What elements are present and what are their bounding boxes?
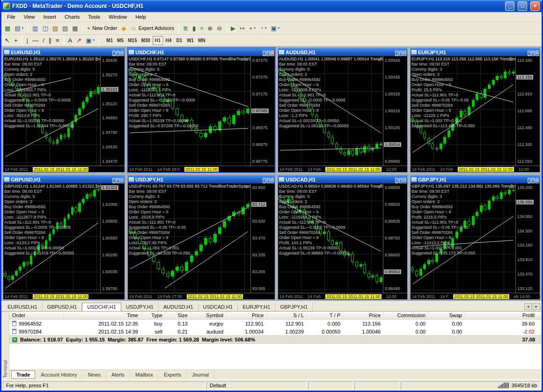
- status-profile[interactable]: Default: [206, 381, 307, 390]
- price-scale[interactable]: 135.200135.066134.850134.500134.160133.8…: [515, 183, 540, 293]
- menu-view[interactable]: View: [20, 13, 39, 21]
- column-header-price[interactable]: Price: [344, 312, 384, 319]
- chart-close-button[interactable]: ×: [403, 51, 406, 56]
- candlestick-chart-icon[interactable]: ▮: [191, 23, 198, 33]
- chart-titlebar[interactable]: USDJPY,H1_□×: [128, 175, 275, 183]
- horizontal-line-icon[interactable]: —: [30, 36, 40, 45]
- crosshair-icon[interactable]: +: [12, 36, 20, 45]
- chart-tab-audusd-h1[interactable]: AUDUSD,H1: [159, 303, 198, 311]
- chart-plot-area[interactable]: USDCHF,H1 0.97147 0.97360 0.96930 0.9708…: [128, 56, 250, 166]
- price-scale[interactable]: 83.86083.71283.60083.47083.33583.20083.0…: [250, 183, 275, 293]
- cursor-icon[interactable]: ↖: [3, 36, 12, 45]
- window-restore-button[interactable]: □: [518, 1, 527, 11]
- price-scale[interactable]: 1.005451.004351.003251.002151.001051.000…: [383, 56, 407, 166]
- chart-restore-button[interactable]: □: [399, 178, 402, 183]
- chart-minimize-button[interactable]: _: [263, 51, 266, 56]
- chart-plot-area[interactable]: EURJPY,H1 113.216 113.256 112.965 113.15…: [411, 56, 515, 166]
- timeframe-m30[interactable]: M30: [139, 36, 152, 45]
- chart-plot-area[interactable]: USDJPY,H1 83.767 83.778 83.655 83.712 Tr…: [128, 183, 250, 293]
- chart-titlebar[interactable]: AUDUSD,H1_□×: [278, 48, 407, 56]
- column-header-symbol[interactable]: Symbol: [191, 312, 227, 319]
- line-chart-icon[interactable]: ≈: [198, 23, 205, 33]
- menu-window[interactable]: Window: [105, 13, 131, 21]
- time-axis[interactable]: 14 Feb 201114 Feb2011.02.15 2011.02.15 1…: [278, 293, 407, 299]
- time-axis[interactable]: 14 Feb 201114 Feb 18:02011.02.15 11:00: [128, 166, 275, 172]
- indicators-icon[interactable]: +▾: [247, 23, 257, 33]
- chart-titlebar[interactable]: USDCAD,H1_□×: [278, 175, 407, 183]
- data-window-icon[interactable]: ◫: [40, 23, 50, 33]
- dropdown-arrow-icon[interactable]: ▾: [265, 26, 267, 30]
- chart-close-button[interactable]: ×: [536, 51, 539, 56]
- timeframe-h4[interactable]: H4: [163, 36, 174, 45]
- terminal-tab-mailbox[interactable]: Mailbox: [131, 371, 158, 378]
- chart-tab-usdcad-h1[interactable]: USDCAD,H1: [198, 303, 238, 311]
- column-header-t-p[interactable]: T / P: [307, 312, 344, 319]
- terminal-tab-news[interactable]: News: [83, 371, 106, 378]
- auto-scroll-icon[interactable]: ▶: [229, 23, 237, 33]
- chart-close-button[interactable]: ×: [403, 178, 406, 183]
- chart-minimize-button[interactable]: _: [528, 178, 531, 183]
- vertical-line-icon[interactable]: |: [25, 36, 30, 45]
- chart-tab-usdchf-h1[interactable]: USDCHF,H1: [82, 303, 121, 311]
- column-header-order[interactable]: Order◦: [9, 312, 64, 319]
- chart-minimize-button[interactable]: _: [112, 178, 116, 183]
- chart-restore-button[interactable]: □: [266, 178, 270, 183]
- strategy-tester-icon[interactable]: ▩: [70, 23, 80, 33]
- chart-plot-area[interactable]: GBPUSD,H1 1.61240 1.61340 1.60885 1.6132…: [3, 183, 100, 293]
- chart-restore-button[interactable]: □: [266, 51, 270, 56]
- terminal-side-strip[interactable]: Terminal: [1, 312, 9, 379]
- column-header-profit[interactable]: Profit: [465, 312, 542, 319]
- new-order-button[interactable]: +New Order: [85, 23, 119, 33]
- chart-titlebar[interactable]: GBPJPY,H1_□×: [411, 175, 540, 183]
- menu-insert[interactable]: Insert: [39, 13, 60, 21]
- chart-minimize-button[interactable]: _: [112, 51, 116, 56]
- column-header-commission[interactable]: Commission: [384, 312, 429, 319]
- text-icon[interactable]: A: [66, 36, 74, 45]
- dropdown-arrow-icon[interactable]: ▾: [278, 26, 280, 30]
- chart-tab-eurusd-h1[interactable]: EURUSD,H1: [3, 303, 43, 311]
- chart-plot-area[interactable]: AUDUSD,H1 1.00041 1.00046 0.99897 1.0001…: [278, 56, 383, 166]
- chart-minimize-button[interactable]: _: [395, 51, 398, 56]
- time-axis[interactable]: 14 Feb 201114 Feb2011.02.15 2011.02.15 1…: [278, 166, 407, 172]
- chart-tab-usdjpy-h1[interactable]: USDJPY,H1: [121, 303, 159, 311]
- column-header-time[interactable]: Time: [64, 312, 141, 319]
- terminal-tab-journal[interactable]: Journal: [187, 371, 214, 378]
- chart-close-button[interactable]: ×: [536, 178, 539, 183]
- chart-shift-icon[interactable]: ↦: [238, 23, 247, 33]
- trendline[interactable]: [280, 148, 381, 151]
- dropdown-arrow-icon[interactable]: ▾: [22, 26, 24, 30]
- timeframe-m15[interactable]: M15: [126, 36, 139, 45]
- menu-charts[interactable]: Charts: [61, 13, 83, 21]
- order-row[interactable]: 999645922011.02.15 12:35buy0.13eurjpy112…: [9, 319, 542, 327]
- timeframe-h1[interactable]: H1: [153, 36, 163, 45]
- timeframe-mn[interactable]: MN: [196, 36, 207, 45]
- trendline-icon[interactable]: /: [41, 36, 46, 45]
- new-chart-icon[interactable]: ▦: [3, 23, 12, 33]
- column-header-price[interactable]: Price: [227, 312, 267, 319]
- chart-minimize-button[interactable]: _: [263, 178, 266, 183]
- chart-titlebar[interactable]: USDCHF,H1_□×: [128, 48, 275, 56]
- chart-tab-gbpjpy-h1[interactable]: GBPJPY,H1: [275, 303, 313, 311]
- terminal-tab-alerts[interactable]: Alerts: [107, 371, 130, 378]
- timeframe-m1[interactable]: M1: [104, 36, 115, 45]
- price-scale[interactable]: 0.990050.989200.988350.987500.986650.985…: [383, 183, 407, 293]
- timeframe-d1[interactable]: D1: [174, 36, 184, 45]
- window-minimize-button[interactable]: _: [505, 1, 514, 11]
- terminal-tab-experts[interactable]: Experts: [159, 371, 186, 378]
- price-scale[interactable]: 113.340113.156112.910112.695112.480112.2…: [515, 56, 540, 166]
- chart-minimize-button[interactable]: _: [528, 51, 531, 56]
- terminal-tab-trade[interactable]: Trade: [11, 370, 35, 379]
- zoom-in-icon[interactable]: ⊕: [205, 23, 214, 33]
- menu-tools[interactable]: Tools: [84, 13, 104, 21]
- chart-titlebar[interactable]: EURUSD,H1_□×: [3, 48, 125, 56]
- profiles-icon[interactable]: ▤▾: [13, 23, 25, 33]
- price-scale[interactable]: 0.973750.972750.971750.970850.969750.968…: [250, 56, 275, 166]
- periods-icon[interactable]: ◔▾: [258, 23, 268, 33]
- column-header-type[interactable]: Type: [141, 312, 166, 319]
- dropdown-arrow-icon[interactable]: ▾: [254, 26, 256, 30]
- menu-help[interactable]: Help: [132, 13, 150, 21]
- expert-advisors-button[interactable]: ☺Expert Advisors: [128, 23, 176, 33]
- chart-restore-button[interactable]: □: [116, 51, 119, 56]
- column-header-size[interactable]: Size: [166, 312, 191, 319]
- chart-titlebar[interactable]: EURJPY,H1_□×: [411, 48, 540, 56]
